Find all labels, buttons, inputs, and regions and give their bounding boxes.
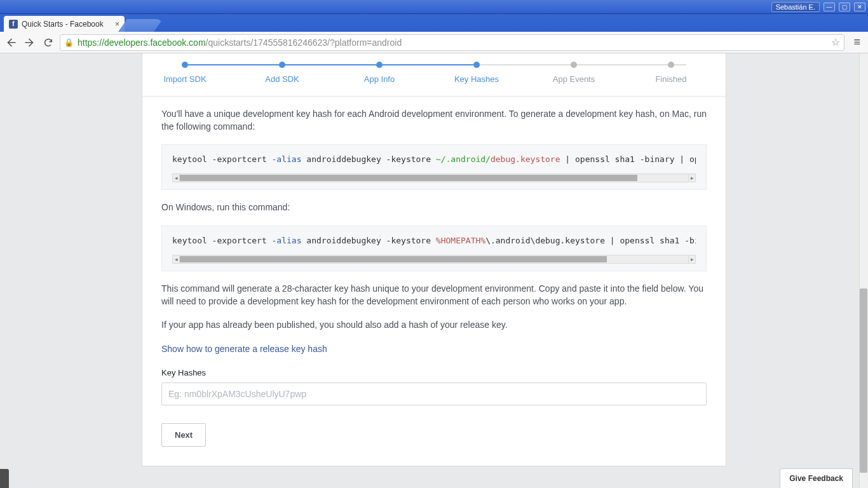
code-scrollbar[interactable]: ◂ ▸ — [172, 254, 696, 264]
windows-command[interactable]: keytool -exportcert -alias androiddebugk… — [172, 235, 696, 247]
scroll-left-icon[interactable]: ◂ — [172, 255, 180, 264]
windows-intro-text: On Windows, run this command: — [161, 201, 707, 214]
page-scrollbar-thumb[interactable] — [860, 288, 867, 473]
reload-icon — [43, 37, 53, 48]
lock-icon: 🔒 — [64, 38, 74, 47]
intro-text: You'll have a unique development key has… — [161, 108, 707, 133]
tab-title: Quick Starts - Facebook — [22, 20, 111, 29]
forward-button[interactable] — [24, 37, 36, 48]
step-add-sdk[interactable]: Add SDK — [244, 74, 320, 84]
url-host: developers.facebook.com — [104, 37, 206, 48]
key-hashes-label: Key Hashes — [161, 367, 707, 379]
wizard-stepper: Import SDK Add SDK App Info Key Hashes A… — [142, 53, 726, 97]
browser-tab-active[interactable]: f Quick Starts - Facebook × — [4, 16, 125, 32]
browser-toolbar: 🔒 https://developers.facebook.com/quicks… — [0, 32, 868, 53]
step-dot — [376, 62, 383, 68]
step-key-hashes[interactable]: Key Hashes — [438, 74, 515, 84]
user-badge[interactable]: Sebastián E. — [771, 2, 820, 12]
bookmark-star-icon[interactable]: ☆ — [831, 36, 840, 48]
step-dot — [668, 62, 674, 68]
release-key-hash-link[interactable]: Show how to generate a release key hash — [161, 344, 327, 354]
address-bar[interactable]: 🔒 https://developers.facebook.com/quicks… — [60, 34, 844, 51]
windows-command-box: keytool -exportcert -alias androiddebugk… — [161, 226, 707, 271]
reload-button[interactable] — [43, 37, 53, 48]
page-tray[interactable] — [0, 469, 9, 488]
scroll-left-icon[interactable]: ◂ — [172, 173, 180, 182]
url-scheme: https:// — [78, 37, 104, 48]
mac-command-box: keytool -exportcert -alias androiddebugk… — [161, 144, 707, 190]
arrow-left-icon — [5, 37, 17, 48]
code-scrollbar[interactable]: ◂ ▸ — [172, 173, 696, 183]
step-dot — [279, 62, 285, 68]
step-finished[interactable]: Finished — [633, 74, 709, 84]
back-button[interactable] — [5, 37, 17, 48]
browser-tabstrip: f Quick Starts - Facebook × — [0, 14, 868, 32]
published-note-text: If your app has already been published, … — [161, 319, 707, 332]
arrow-right-icon — [24, 37, 36, 48]
step-dot — [182, 62, 188, 68]
step-dot — [571, 62, 577, 68]
key-hashes-input[interactable] — [161, 383, 707, 405]
next-button[interactable]: Next — [161, 423, 206, 447]
browser-menu-button[interactable]: ≡ — [851, 36, 863, 49]
step-app-info[interactable]: App Info — [341, 74, 417, 84]
quickstart-card: Import SDK Add SDK App Info Key Hashes A… — [142, 53, 726, 466]
page-scrollbar[interactable] — [859, 53, 868, 488]
new-tab-button[interactable] — [118, 19, 163, 32]
step-dot — [473, 62, 480, 68]
window-close-button[interactable]: ✕ — [854, 3, 865, 11]
window-minimize-button[interactable]: — — [824, 3, 835, 11]
tab-close-icon[interactable]: × — [115, 20, 119, 29]
window-maximize-button[interactable]: ▢ — [839, 3, 850, 11]
explain-text: This command will generate a 28-characte… — [161, 283, 707, 308]
window-titlebar: Sebastián E. — ▢ ✕ — [0, 0, 868, 14]
give-feedback-button[interactable]: Give Feedback — [780, 468, 853, 488]
step-import-sdk[interactable]: Import SDK — [147, 74, 223, 84]
mac-command[interactable]: keytool -exportcert -alias androiddebugk… — [172, 154, 696, 165]
facebook-favicon-icon: f — [9, 20, 18, 29]
page-viewport: Import SDK Add SDK App Info Key Hashes A… — [0, 53, 868, 488]
scroll-right-icon[interactable]: ▸ — [688, 255, 696, 264]
url-path: /quickstarts/174555816246623/?platform=a… — [206, 37, 402, 48]
step-app-events[interactable]: App Events — [536, 74, 612, 84]
scroll-right-icon[interactable]: ▸ — [688, 173, 696, 182]
